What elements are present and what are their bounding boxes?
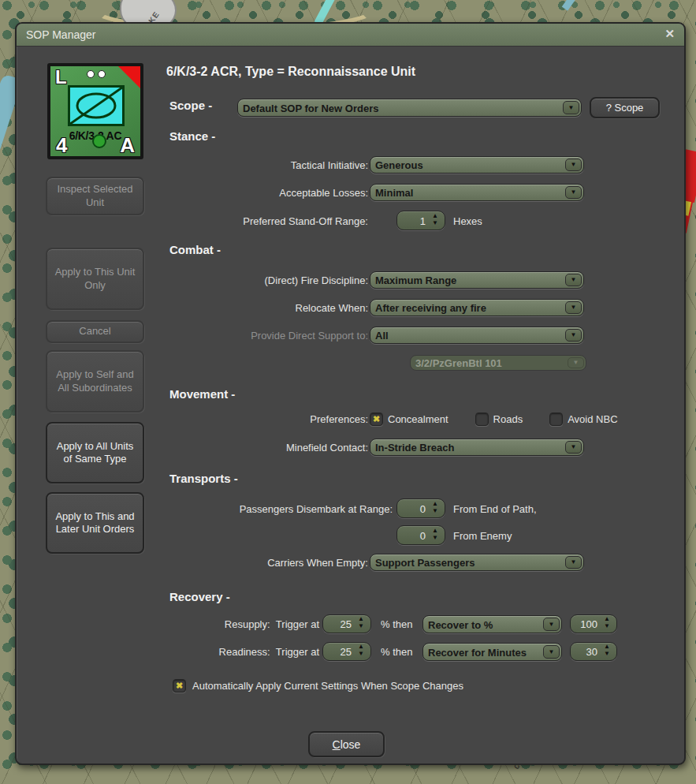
dropdown-arrow-glyph: ▼ (568, 105, 575, 111)
direct-support-value: All (375, 330, 389, 342)
movement-header: Movement - (169, 387, 235, 401)
auto-apply-checkbox[interactable]: ✖ (173, 679, 186, 693)
direct-support-label: Provide Direct Support to: (251, 330, 368, 342)
scope-value: Default SOP for New Orders (243, 102, 378, 114)
minefield-contact-label: Minefield Contact: (286, 442, 368, 454)
dropdown-arrow-icon[interactable]: ▼ (565, 159, 582, 171)
recovery-header: Recovery - (169, 590, 230, 603)
fire-discipline-select[interactable]: Maximum Range ▼ (370, 271, 584, 289)
dropdown-arrow-icon[interactable]: ▼ (543, 618, 560, 631)
spinner-arrows[interactable]: ▲▼ (430, 212, 441, 229)
avoid-nbc-checkbox[interactable]: ✖ (549, 413, 563, 426)
dropdown-arrow-icon[interactable]: ▼ (565, 441, 582, 454)
relocate-when-select[interactable]: After receiving any fire ▼ (370, 299, 584, 316)
preferences-label: Preferences: (310, 413, 368, 425)
dropdown-arrow-icon[interactable]: ▼ (565, 186, 582, 199)
standoff-range-value: 1 (420, 215, 426, 226)
resupply-trigger-spinner[interactable]: 25 ▲▼ (322, 614, 371, 633)
readiness-label: Readiness: Trigger at (219, 646, 319, 658)
readiness-amount-spinner[interactable]: 30 ▲▼ (570, 642, 617, 661)
combat-header: Combat - (169, 243, 221, 256)
dropdown-arrow-icon[interactable]: ▼ (543, 645, 560, 659)
minefield-contact-value: In-Stride Breach (375, 442, 454, 454)
from-enemy-value: 0 (420, 529, 426, 541)
window-title: SOP Manager (17, 28, 95, 41)
minefield-contact-select[interactable]: In-Stride Breach ▼ (370, 439, 584, 456)
resupply-action-select[interactable]: Recover to % ▼ (422, 615, 562, 633)
tactical-initiative-label: Tactical Initiative: (291, 159, 368, 171)
spinner-arrows[interactable]: ▲▼ (355, 616, 367, 632)
scope-select[interactable]: Default SOP for New Orders ▼ (237, 99, 582, 117)
dropdown-arrow-icon[interactable]: ▼ (563, 101, 579, 114)
standoff-range-label: Preferred Stand-Off Range: (243, 215, 368, 226)
spinner-down-icon[interactable]: ▼ (358, 651, 364, 659)
spinner-arrows[interactable]: ▲▼ (601, 644, 612, 659)
standoff-range-spinner[interactable]: 1 ▲▼ (396, 211, 445, 230)
fire-discipline-value: Maximum Range (375, 274, 456, 286)
readiness-action-select[interactable]: Recover for Minutes ▼ (422, 643, 562, 661)
check-icon: ✖ (373, 415, 380, 424)
dropdown-arrow-icon: ▼ (568, 357, 584, 368)
resupply-amount-value: 100 (580, 618, 597, 630)
spinner-down-icon[interactable]: ▼ (604, 624, 610, 631)
spinner-down-icon[interactable]: ▼ (432, 536, 438, 543)
close-button[interactable]: Close (308, 731, 385, 757)
concealment-label: Concealment (388, 413, 448, 425)
dropdown-arrow-icon[interactable]: ▼ (565, 301, 582, 314)
acceptable-losses-label: Acceptable Losses: (279, 187, 368, 199)
unit-header: 6/K/3-2 ACR, Type = Reconnaissance Unit (166, 65, 415, 79)
dropdown-arrow-icon[interactable]: ▼ (565, 556, 582, 569)
close-mnemonic: C (333, 738, 341, 751)
direct-support-select[interactable]: All ▼ (370, 327, 584, 344)
carriers-empty-select[interactable]: Support Passengers ▼ (370, 554, 584, 571)
scope-help-button[interactable]: ? Scope (590, 97, 660, 118)
resupply-word: Resupply: (225, 618, 270, 630)
acceptable-losses-value: Minimal (375, 187, 413, 199)
dropdown-arrow-icon[interactable]: ▼ (565, 274, 582, 286)
readiness-trigger-spinner[interactable]: 25 ▲▼ (322, 642, 371, 661)
spinner-down-icon[interactable]: ▼ (432, 221, 438, 228)
counter-dot (98, 70, 106, 78)
button-label: ? Scope (606, 102, 644, 114)
concealment-checkbox[interactable]: ✖ (370, 413, 383, 426)
fire-discipline-label: (Direct) Fire Discipline: (265, 274, 368, 286)
resupply-label: Resupply: Trigger at (225, 618, 319, 630)
dropdown-arrow-glyph: ▼ (571, 277, 577, 283)
resupply-action-value: Recover to % (428, 618, 493, 630)
spinner-down-icon[interactable]: ▼ (432, 509, 438, 516)
close-icon[interactable]: ✕ (664, 27, 675, 41)
trigger-at-label: Trigger at (276, 646, 319, 658)
carriers-empty-value: Support Passengers (375, 557, 475, 569)
counter-strength: 4 (56, 133, 67, 158)
support-unit-value: 3/2/PzGrenBtl 101 (415, 357, 502, 369)
tactical-initiative-select[interactable]: Generous ▼ (370, 156, 584, 174)
dropdown-arrow-glyph: ▼ (571, 332, 577, 338)
roads-label: Roads (493, 413, 523, 425)
from-enemy-spinner[interactable]: 0 ▲▼ (396, 525, 445, 545)
resupply-amount-spinner[interactable]: 100 ▲▼ (570, 614, 617, 633)
spinner-arrows[interactable]: ▲▼ (430, 527, 441, 543)
dropdown-arrow-glyph: ▼ (549, 649, 555, 655)
close-rest: lose (341, 738, 361, 751)
disembark-range-spinner[interactable]: 0 ▲▼ (396, 498, 445, 518)
counter-echelon: L (55, 66, 67, 88)
spinner-arrows[interactable]: ▲▼ (430, 500, 441, 517)
readiness-amount-value: 30 (586, 646, 597, 658)
dropdown-arrow-glyph: ▼ (571, 304, 577, 311)
dropdown-arrow-icon[interactable]: ▼ (565, 329, 582, 342)
dropdown-arrow-glyph: ▼ (571, 444, 577, 450)
spinner-arrows[interactable]: ▲▼ (601, 616, 612, 632)
roads-checkbox[interactable]: ✖ (475, 413, 489, 426)
title-bar[interactable]: SOP Manager ✕ (17, 24, 684, 47)
stance-header: Stance - (169, 129, 215, 143)
standoff-suffix: Hexes (453, 215, 482, 226)
spinner-down-icon[interactable]: ▼ (358, 624, 364, 631)
auto-apply-label: Automatically Apply Current Settings Whe… (192, 680, 463, 692)
acceptable-losses-select[interactable]: Minimal ▼ (370, 184, 584, 201)
spinner-arrows[interactable]: ▲▼ (355, 644, 367, 659)
resupply-then-label: % then (381, 618, 412, 630)
spinner-down-icon[interactable]: ▼ (604, 651, 610, 659)
readiness-action-value: Recover for Minutes (428, 646, 527, 658)
sop-manager-dialog: SOP Manager ✕ L 6/K/3-2 AC 4 A Inspect S… (15, 22, 686, 765)
disembark-range-label: Passengers Disembark at Range: (240, 502, 393, 514)
